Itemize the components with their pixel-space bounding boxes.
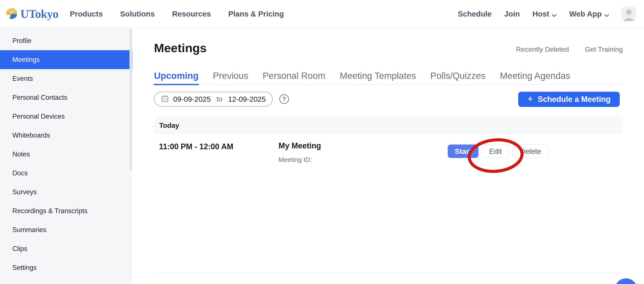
- page-title: Meetings: [154, 41, 207, 55]
- meeting-id-label: Meeting ID:: [278, 156, 321, 163]
- recently-deleted-link[interactable]: Recently Deleted: [516, 45, 569, 53]
- tab-personal-room[interactable]: Personal Room: [263, 67, 325, 84]
- top-nav: UTokyo Products Solutions Resources Plan…: [0, 0, 644, 28]
- meeting-actions: Start Edit Delete: [448, 145, 549, 158]
- sidebar: Profile Meetings Events Personal Contact…: [0, 28, 132, 284]
- main-content: Meetings Recently Deleted Get Training U…: [132, 28, 644, 284]
- tab-meeting-templates[interactable]: Meeting Templates: [340, 67, 416, 84]
- sidebar-item-meetings[interactable]: Meetings: [0, 50, 132, 69]
- ginkgo-leaf-icon: [6, 8, 17, 20]
- page: UTokyo Products Solutions Resources Plan…: [0, 0, 644, 284]
- tab-polls-quizzes[interactable]: Polls/Quizzes: [430, 67, 486, 84]
- meeting-title[interactable]: My Meeting: [278, 141, 321, 150]
- get-training-link[interactable]: Get Training: [585, 45, 623, 53]
- edit-button[interactable]: Edit: [482, 145, 509, 158]
- chevron-down-icon: [604, 10, 609, 19]
- sidebar-scrollbar[interactable]: [130, 29, 132, 171]
- filter-row: 09-09-2025 to 12-09-2025 ? + Schedule a …: [154, 92, 623, 107]
- schedule-meeting-button[interactable]: + Schedule a Meeting: [518, 92, 620, 107]
- tab-upcoming[interactable]: Upcoming: [154, 67, 198, 84]
- person-icon: [622, 18, 636, 21]
- nav-account-links: Schedule Join Host Web App: [458, 0, 636, 28]
- sidebar-item-summaries[interactable]: Summaries: [0, 220, 132, 239]
- sidebar-item-events[interactable]: Events: [0, 69, 132, 88]
- help-icon[interactable]: ?: [280, 94, 289, 104]
- nav-link-host[interactable]: Host: [532, 9, 557, 19]
- bottom-divider: [154, 273, 623, 273]
- sidebar-item-recordings-transcripts[interactable]: Recordings & Transcripts: [0, 201, 132, 220]
- header-links: Recently Deleted Get Training: [516, 45, 623, 53]
- today-section-header: Today: [154, 116, 623, 134]
- sidebar-item-personal-contacts[interactable]: Personal Contacts: [0, 88, 132, 107]
- date-range-separator: to: [216, 95, 222, 103]
- nav-link-join[interactable]: Join: [504, 10, 520, 18]
- sidebar-item-clips[interactable]: Clips: [0, 239, 132, 258]
- meeting-time: 11:00 PM - 12:00 AM: [159, 142, 234, 151]
- sidebar-item-docs[interactable]: Docs: [0, 164, 132, 183]
- sidebar-item-personal-devices[interactable]: Personal Devices: [0, 107, 132, 126]
- start-button[interactable]: Start: [448, 145, 478, 158]
- sidebar-item-profile[interactable]: Profile: [0, 31, 132, 50]
- calendar-icon: [161, 95, 169, 103]
- nav-link-plans-pricing[interactable]: Plans & Pricing: [228, 10, 284, 18]
- sidebar-item-whiteboards[interactable]: Whiteboards: [0, 126, 132, 145]
- meetings-tabs: Upcoming Previous Personal Room Meeting …: [154, 67, 623, 85]
- sidebar-item-notes[interactable]: Notes: [0, 145, 132, 164]
- tab-previous[interactable]: Previous: [213, 67, 248, 84]
- sidebar-item-surveys[interactable]: Surveys: [0, 183, 132, 201]
- meeting-row: 11:00 PM - 12:00 AM My Meeting Meeting I…: [154, 141, 623, 189]
- meeting-details: My Meeting Meeting ID:: [278, 141, 321, 163]
- date-to-value: 12-09-2025: [228, 95, 266, 103]
- chevron-down-icon: [552, 10, 556, 19]
- nav-link-resources[interactable]: Resources: [172, 10, 211, 18]
- nav-primary-links: Products Solutions Resources Plans & Pri…: [70, 0, 284, 28]
- utokyo-logo[interactable]: UTokyo: [6, 0, 58, 28]
- logo-text: UTokyo: [20, 7, 58, 21]
- delete-button[interactable]: Delete: [512, 145, 549, 158]
- date-from-value: 09-09-2025: [173, 95, 211, 103]
- plus-icon: +: [527, 94, 533, 104]
- user-avatar[interactable]: [622, 7, 636, 21]
- nav-link-schedule[interactable]: Schedule: [458, 10, 492, 18]
- sidebar-item-settings[interactable]: Settings: [0, 258, 132, 277]
- nav-link-solutions[interactable]: Solutions: [120, 10, 155, 18]
- nav-link-web-app[interactable]: Web App: [569, 9, 609, 19]
- nav-link-products[interactable]: Products: [70, 10, 103, 18]
- date-range-input[interactable]: 09-09-2025 to 12-09-2025: [154, 92, 273, 106]
- tab-meeting-agendas[interactable]: Meeting Agendas: [500, 67, 570, 84]
